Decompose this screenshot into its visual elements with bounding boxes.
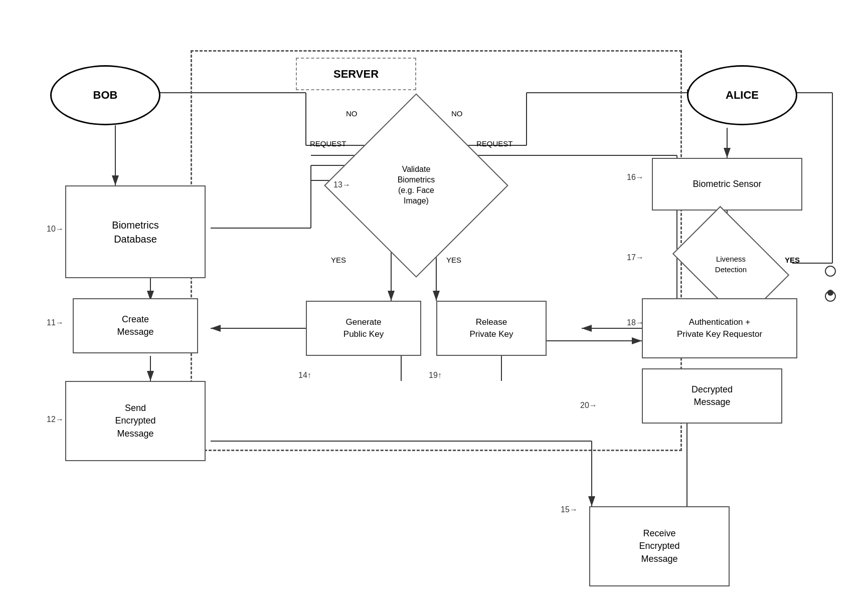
generate-public-key-label: Generate Public Key: [343, 316, 384, 340]
alice-node: ALICE: [687, 65, 797, 125]
alice-label: ALICE: [726, 89, 759, 102]
create-message-node: Create Message: [73, 298, 198, 353]
diagram-container: BOB ALICE SERVER Biometrics Database Cre…: [0, 0, 867, 616]
yes-label-2: YES: [446, 256, 461, 264]
send-encrypted-label: Send Encrypted Message: [115, 402, 155, 440]
label-15: 15→: [561, 505, 578, 514]
biometric-sensor-label: Biometric Sensor: [692, 178, 761, 190]
decrypted-message-label: Decrypted Message: [691, 383, 733, 408]
label-20: 20→: [580, 401, 597, 410]
label-16: 16→: [627, 173, 644, 182]
request-label-1: REQUEST: [310, 139, 346, 148]
label-19: 19↑: [429, 371, 442, 380]
validate-biometrics-node: Validate Biometrics (e.g. Face Image): [351, 120, 481, 251]
release-private-key-label: Release Private Key: [470, 316, 513, 340]
label-10: 10→: [47, 225, 64, 234]
auth-requestor-label: Authentication + Private Key Requestor: [677, 316, 762, 340]
biometric-sensor-node: Biometric Sensor: [652, 158, 802, 211]
filled-circle: [827, 290, 833, 296]
biometrics-db-label: Biometrics Database: [112, 218, 158, 246]
receive-encrypted-label: Receive Encrypted Message: [639, 527, 679, 565]
server-label-box: SERVER: [296, 58, 416, 90]
liveness-detection-node: Liveness Detection: [682, 231, 780, 298]
server-label: SERVER: [333, 68, 379, 81]
receive-encrypted-node: Receive Encrypted Message: [589, 506, 730, 586]
auth-requestor-node: Authentication + Private Key Requestor: [642, 298, 797, 358]
label-18: 18→: [627, 318, 644, 327]
send-encrypted-node: Send Encrypted Message: [65, 381, 206, 461]
bob-label: BOB: [93, 89, 118, 102]
label-13: 13→: [333, 180, 351, 189]
generate-public-key-node: Generate Public Key: [306, 301, 421, 356]
no-label-1: NO: [346, 109, 358, 118]
liveness-detection-text: Liveness Detection: [715, 254, 747, 275]
validate-biometrics-text: Validate Biometrics (e.g. Face Image): [398, 164, 435, 206]
yes-label-1: YES: [331, 256, 346, 264]
open-circle-1: [825, 266, 836, 277]
bob-node: BOB: [50, 65, 160, 125]
no-label-2: NO: [451, 109, 463, 118]
yes-label-3: YES: [785, 256, 800, 264]
biometrics-db-node: Biometrics Database: [65, 185, 206, 278]
request-label-2: REQUEST: [476, 139, 513, 148]
label-14: 14↑: [298, 371, 311, 380]
decrypted-message-node: Decrypted Message: [642, 368, 782, 424]
label-17: 17→: [627, 253, 644, 262]
create-message-label: Create Message: [117, 313, 153, 338]
label-12: 12→: [47, 415, 64, 424]
release-private-key-node: Release Private Key: [436, 301, 547, 356]
label-11: 11→: [47, 318, 64, 327]
